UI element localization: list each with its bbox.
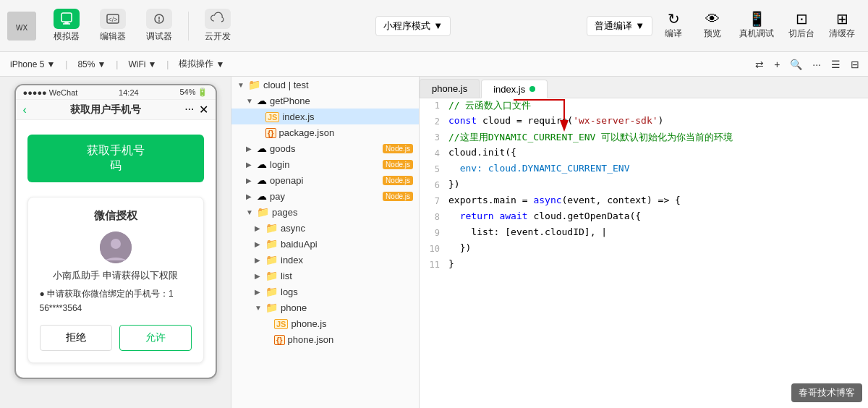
tree-root-label: cloud | test (263, 80, 413, 90)
search-icon[interactable]: 🔍 (787, 57, 805, 72)
tree-arrow-getphone: ▼ (246, 97, 255, 105)
cloud-button[interactable]: 云开发 (196, 4, 239, 47)
tree-item-list[interactable]: ▶ 📁 list (231, 268, 419, 284)
clear-cache-label: 清缓存 (829, 27, 855, 40)
cut-bg-icon: ⊡ (796, 12, 808, 26)
tree-item-async[interactable]: ▶ 📁 async (231, 220, 419, 236)
tree-item-phonejson[interactable]: {} phone.json (231, 331, 419, 347)
phone-nav-bar: ‹ 获取用户手机号 ··· ✕ (16, 100, 216, 120)
tree-item-phone-folder[interactable]: ▼ 📁 phone (231, 299, 419, 315)
phone-menu-icon[interactable]: ··· (184, 103, 194, 116)
tree-label-goods: goods (270, 143, 380, 154)
tree-label-indexjs: index.js (282, 111, 413, 122)
tree-label-openapi: openapi (270, 175, 380, 186)
toolbar-separator-1 (188, 12, 189, 41)
tree-arrow-async: ▶ (255, 224, 263, 232)
zoom-arrow-icon: ▼ (97, 59, 106, 69)
mode-select[interactable]: 小程序模式 ▼ (375, 16, 451, 36)
svg-rect-2 (61, 13, 72, 22)
phone-content: 获取手机号码 微信授权 小南瓜助手 申请获得以下权限 ● 申请获取你微信绑定的手… (16, 120, 216, 378)
list-icon[interactable]: ☰ (828, 57, 843, 72)
simulator-label: 模拟器 (54, 30, 80, 43)
network-select[interactable]: WiFi ▼ (124, 58, 161, 71)
tree-item-pay[interactable]: ▶ ☁ pay Node.js (231, 188, 419, 204)
tree-arrow-pages: ▼ (246, 208, 255, 216)
toolbar-right: 普通编译 ▼ ↻ 编译 👁 预览 📱 真机调试 ⊡ 切后台 ⊞ 清缓存 (587, 9, 861, 43)
tree-label-index-page: index (281, 255, 413, 265)
refresh-button[interactable]: ↻ 编译 (655, 9, 692, 43)
tree-item-phonejs[interactable]: JS phone.js (231, 315, 419, 331)
tree-item-indexjs[interactable]: JS index.js (231, 109, 419, 124)
editor-area: phone.js index.js 1 // 云函数入口文件 2 (420, 77, 868, 408)
auth-phone-text: 56****3564 (40, 303, 192, 313)
pay-badge: Node.js (383, 192, 413, 201)
phone-folder-icon: 📁 (265, 302, 278, 313)
editor-tabs: phone.js index.js (420, 77, 868, 98)
compile-arrow-icon: ▼ (635, 20, 644, 31)
phone-battery: 54% 🔋 (179, 88, 208, 97)
openapi-folder-icon: ☁ (257, 174, 267, 186)
simulator-panel: ●●●●● WeChat 14:24 54% 🔋 ‹ 获取用户手机号 ··· ✕… (0, 77, 231, 408)
code-line-5: 5 env: cloud.DYNAMIC_CURRENT_ENV (420, 162, 868, 178)
tree-item-openapi[interactable]: ▶ ☁ openapi Node.js (231, 172, 419, 188)
network-arrow-icon: ▼ (148, 59, 156, 69)
tree-item-baiduapi[interactable]: ▶ 📁 baiduApi (231, 236, 419, 252)
cut-bg-button[interactable]: ⊡ 切后台 (783, 9, 820, 43)
split-icon[interactable]: ⊟ (848, 57, 862, 72)
tree-item-packagejson[interactable]: {} package.json (231, 124, 419, 140)
pay-folder-icon: ☁ (257, 190, 267, 202)
editor-button[interactable]: </> 编辑器 (91, 4, 135, 47)
tree-item-pages[interactable]: ▼ 📁 pages (231, 204, 419, 220)
tab-indexjs-label: index.js (493, 84, 525, 95)
phonejson-file-icon: {} (274, 333, 285, 345)
js-file-icon: JS (265, 111, 279, 122)
svg-text:</>: </> (108, 16, 117, 23)
toggle-icon[interactable]: ⇄ (752, 57, 767, 72)
tree-root-arrow: ▼ (237, 81, 246, 89)
tree-item-login[interactable]: ▶ ☁ login Node.js (231, 156, 419, 172)
refresh-label: 编译 (665, 27, 682, 40)
editor-label: 编辑器 (100, 30, 126, 43)
preview-button[interactable]: 👁 预览 (694, 9, 731, 43)
debugger-button[interactable]: 调试器 (137, 4, 181, 47)
tree-item-logs[interactable]: ▶ 📁 logs (231, 284, 419, 299)
goods-folder-icon: ☁ (257, 143, 267, 154)
goods-badge: Node.js (383, 144, 413, 153)
tree-item-index-page[interactable]: ▶ 📁 index (231, 252, 419, 268)
code-line-8: 8 return await cloud.getOpenData({ (420, 210, 868, 226)
phone-close-icon[interactable]: ✕ (199, 103, 208, 116)
code-editor[interactable]: 1 // 云函数入口文件 2 const cloud = require('wx… (420, 98, 868, 408)
zoom-select[interactable]: 85% ▼ (73, 58, 110, 71)
auth-allow-button[interactable]: 允许 (119, 325, 192, 351)
tree-label-async: async (281, 223, 413, 234)
preview-icon: 👁 (705, 12, 720, 26)
real-debug-button[interactable]: 📱 真机调试 (733, 9, 780, 43)
main-toolbar: WX 模拟器 </> 编辑器 调试器 云开发 小程序模式 ▼ 普通 (0, 0, 868, 52)
add-icon[interactable]: + (771, 57, 783, 72)
tree-label-phonejs: phone.js (291, 318, 413, 329)
simulator-button[interactable]: 模拟器 (45, 4, 88, 47)
compile-select[interactable]: 普通编译 ▼ (587, 16, 652, 36)
auth-reject-button[interactable]: 拒绝 (40, 325, 112, 351)
tab-phonejs-label: phone.js (432, 83, 467, 94)
device-arrow-icon: ▼ (46, 59, 55, 69)
tab-indexjs[interactable]: index.js (481, 80, 548, 98)
async-folder-icon: 📁 (265, 222, 278, 234)
phone-nav-title: 获取用户手机号 (27, 103, 184, 116)
simulate-label: 模拟操作 (179, 58, 213, 70)
auth-perm-text: ● 申请获取你微信绑定的手机号：1 (40, 289, 174, 299)
tab-phonejs[interactable]: phone.js (420, 79, 480, 98)
simulate-select[interactable]: 模拟操作 ▼ (174, 56, 229, 72)
tree-item-goods[interactable]: ▶ ☁ goods Node.js (231, 140, 419, 156)
tree-arrow-pay: ▶ (246, 192, 255, 200)
clear-cache-button[interactable]: ⊞ 清缓存 (823, 9, 861, 43)
code-line-7: 7 exports.main = async(event, context) =… (420, 194, 868, 210)
device-select[interactable]: iPhone 5 ▼ (6, 58, 59, 71)
svg-point-11 (111, 239, 121, 249)
tree-arrow-logs: ▶ (255, 288, 263, 296)
list-folder-icon: 📁 (265, 270, 278, 281)
tree-item-getPhone[interactable]: ▼ ☁ getPhone (231, 93, 419, 109)
get-phone-button[interactable]: 获取手机号码 (27, 135, 204, 182)
tree-arrow-baiduapi: ▶ (255, 240, 263, 248)
more-icon[interactable]: ··· (809, 57, 824, 72)
